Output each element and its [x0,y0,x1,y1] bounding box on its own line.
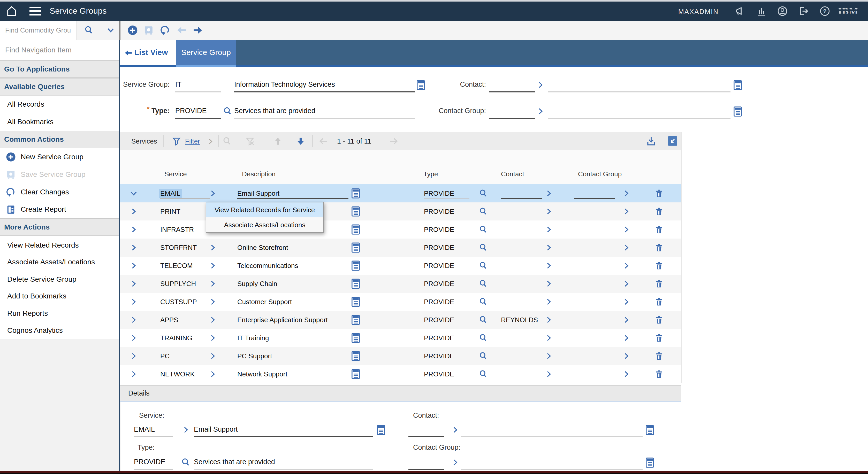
clear-changes-icon[interactable] [160,25,170,36]
type-value[interactable]: PROVIDE [175,107,207,115]
service-value[interactable]: TELECOM [160,262,193,270]
contact-detail-chevron[interactable] [545,316,553,324]
long-description-icon[interactable] [351,351,360,361]
contact-detail-chevron[interactable] [545,352,553,360]
delete-row-icon[interactable] [654,369,664,379]
sidebar-item-delete-service-group[interactable]: Delete Service Group [0,271,119,288]
sidebar-item-cognos-analytics[interactable]: Cognos Analytics [0,322,119,339]
table-row-selected[interactable]: EMAIL Email Support PROVIDE [120,184,681,202]
chevron-down-icon[interactable] [130,190,137,197]
contact-group-detail-chevron[interactable] [537,107,545,115]
next-record-icon[interactable] [192,25,203,36]
sidebar-item-associate-assets[interactable]: Associate Assets/Locations [0,253,119,271]
service-value[interactable]: TRAINING [160,334,192,342]
help-icon[interactable] [819,6,830,16]
col-description[interactable]: Description [242,170,276,178]
menu-icon[interactable] [29,7,41,18]
contact-detail-chevron[interactable] [451,426,459,434]
contact-detail-chevron[interactable] [545,334,553,342]
table-row[interactable]: TELECOM Telecommunications PROVIDE [120,257,681,275]
contact-group-detail-chevron[interactable] [451,459,459,466]
contact-detail-chevron[interactable] [545,244,553,251]
filter-icon[interactable] [172,136,182,146]
find-commodity-input[interactable] [0,21,76,40]
type-lookup-icon[interactable] [479,315,488,325]
row-detail-chevron[interactable] [209,262,217,270]
table-row[interactable]: INFRASTR PROVIDE [120,221,681,239]
description-value[interactable]: Enterprise Application Support [237,316,328,324]
sidebar-section-available-queries[interactable]: Available Queries [0,78,119,96]
find-search-button[interactable] [76,21,101,40]
type-lookup-icon[interactable] [479,261,488,270]
description-value[interactable]: Online Storefront [237,244,288,252]
service-value[interactable]: EMAIL [159,189,182,198]
delete-row-icon[interactable] [654,351,664,361]
contact-group-detail-chevron[interactable] [622,226,630,233]
row-detail-chevron[interactable] [209,334,217,342]
type-lookup-icon[interactable] [479,207,488,216]
contact-group-detail-chevron[interactable] [622,208,630,215]
contact-group-detail-chevron[interactable] [622,244,630,251]
profile-icon[interactable] [777,6,788,16]
contact-group-detail-chevron[interactable] [622,316,630,324]
type-lookup-icon[interactable] [479,189,488,198]
table-row[interactable]: CUSTSUPP Customer Support PROVIDE [120,293,681,311]
sidebar-item-view-related-records[interactable]: View Related Records [0,236,119,254]
contact-detail-chevron[interactable] [545,298,553,306]
home-icon[interactable] [6,6,17,16]
description-value[interactable]: Customer Support [237,298,292,306]
sidebar-section-more-actions[interactable]: More Actions [0,218,119,236]
col-service[interactable]: Service [164,170,187,178]
long-description-icon[interactable] [351,278,360,289]
service-value[interactable]: CUSTSUPP [160,298,197,306]
table-row[interactable]: APPS Enterprise Application Support PROV… [120,311,681,329]
expand-row-chevron[interactable] [130,226,137,233]
service-group-desc[interactable]: Information Technology Services [234,80,335,89]
download-icon[interactable] [646,136,656,146]
service-value[interactable]: APPS [160,316,178,324]
menu-item-associate-assets[interactable]: Associate Assets/Locations [206,217,323,232]
type-value[interactable]: PROVIDE [424,244,454,252]
new-record-icon[interactable] [127,25,138,36]
type-lookup-icon[interactable] [223,106,232,116]
contact-value[interactable]: REYNOLDS [501,316,538,324]
sidebar-item-run-reports[interactable]: Run Reports [0,305,119,322]
type-value[interactable]: PROVIDE [424,352,454,360]
description-value[interactable]: Supply Chain [237,280,277,288]
type-value[interactable]: PROVIDE [424,262,454,270]
table-row[interactable]: NETWORK Network Support PROVIDE [120,365,681,383]
filter-expand-chevron[interactable] [207,138,214,145]
expand-row-chevron[interactable] [130,280,137,287]
long-description-icon[interactable] [351,315,360,325]
long-description-icon[interactable] [734,106,742,117]
long-description-icon[interactable] [351,224,360,235]
contact-group-detail-chevron[interactable] [622,352,630,360]
long-description-icon[interactable] [351,297,360,307]
type-lookup-icon[interactable] [479,351,488,361]
type-lookup-icon[interactable] [181,458,191,467]
type-value[interactable]: PROVIDE [424,298,454,306]
username[interactable]: MAXADMIN [678,8,719,16]
long-description-icon[interactable] [351,188,360,199]
sidebar-section-go-to[interactable]: Go To Applications [0,60,119,78]
type-lookup-icon[interactable] [479,243,488,252]
type-lookup-icon[interactable] [479,279,488,289]
row-detail-chevron[interactable] [209,280,217,287]
announcement-icon[interactable] [734,6,745,16]
delete-row-icon[interactable] [654,224,664,235]
contact-group-detail-chevron[interactable] [622,190,630,197]
contact-detail-chevron[interactable] [545,208,553,215]
reports-icon[interactable] [756,6,767,16]
long-description-icon[interactable] [351,333,360,343]
description-value[interactable]: Network Support [237,370,287,378]
service-value[interactable]: PRINT [160,208,180,215]
contact-detail-chevron[interactable] [537,81,545,89]
contact-group-detail-chevron[interactable] [622,280,630,287]
row-detail-chevron[interactable] [209,316,217,324]
delete-row-icon[interactable] [654,261,664,271]
contact-group-detail-chevron[interactable] [622,262,630,270]
long-description-icon[interactable] [351,242,360,253]
long-description-icon[interactable] [646,458,654,468]
find-navigation-input[interactable] [0,40,119,60]
contact-detail-chevron[interactable] [545,226,553,233]
